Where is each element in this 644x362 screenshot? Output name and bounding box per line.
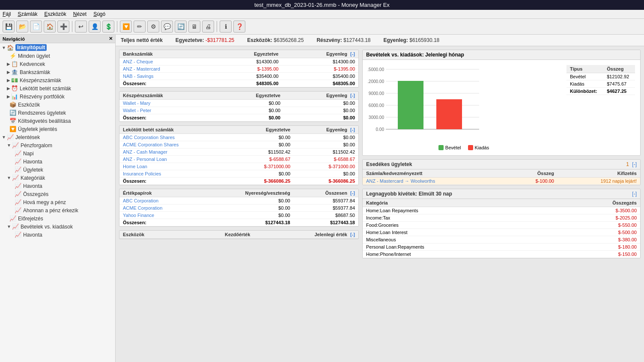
toolbar-add-btn[interactable]: ➕ [57,21,69,33]
dep-row-2-name[interactable]: ACME Corporation Shares [119,141,233,148]
monthly3-icon: 📈 [15,231,21,238]
sidebar-label-eszkozok: Eszközök [18,102,40,108]
toolbar-help-btn[interactable]: ❓ [233,21,245,33]
sidebar-label-kedvencek: Kedvencek [20,61,45,67]
menu-nezet[interactable]: Nézet [73,11,86,17]
wherefrom-icon: 📈 [15,207,21,214]
bank-row-3-name[interactable]: NAB - Savings [119,73,214,80]
sidebar-item-rendszeres[interactable]: 🔄 Rendszeres ügyletek [0,109,115,117]
menu-sugo[interactable]: Súgó [93,11,105,17]
cash-row-2-name[interactable]: Wallet - Peter [119,107,218,114]
sec-row-1-name[interactable]: ABC Corporation [119,197,202,205]
sec-row-2-name[interactable]: ACME Corporation [119,205,202,212]
sidebar-item-napi[interactable]: 📈 Napi [0,149,115,157]
toolbar-print-btn[interactable]: 🖨 [202,21,214,33]
bank-row-1-name[interactable]: ANZ - Cheque [119,58,214,65]
sidebar-item-lekotott[interactable]: ▶ ⏰ Lekötött betét számlák [0,84,115,92]
cash-toggle[interactable]: [-] [350,93,355,98]
bankszamlak-card: Bankszámlák Egyeztetve Egyenleg [-] ANZ … [119,50,359,88]
asset-col-jelenlegi: Jelenlegi érték [-] [253,231,358,239]
sidebar-item-ugyletek2[interactable]: 📈 Ügyletek [0,166,115,174]
dep-row-6-name[interactable]: Insurance Policies [119,170,233,178]
dep-row-2-egyenleg: $0.00 [294,141,358,148]
sidebar-item-iranyitopult[interactable]: ▼ 🏠 Irányítópult [0,43,115,52]
sidebar-close-btn[interactable]: ✕ [109,36,113,42]
bank-total-egyenleg: $48305.00 [282,80,358,87]
wd-row-7: Home:Phone/Internet $-150.00 [363,251,640,258]
bank-row-2-name[interactable]: ANZ - Mastercard [119,65,214,73]
bank-total-label: Összesen: [119,80,214,87]
sec-row-3-name[interactable]: Yahoo Finance [119,212,202,219]
menu-fajl[interactable]: Fájl [3,11,11,17]
toolbar-refresh-btn[interactable]: 🔄 [175,21,187,33]
toolbar-currency-btn[interactable]: 💲 [102,21,114,33]
sidebar-item-bankszamlak[interactable]: ▶ 🏦 Bankszámlák [0,68,115,76]
sidebar-item-koltsegvetes[interactable]: 📅 Költségvetés beállítása [0,117,115,125]
toolbar-open-btn[interactable]: 📂 [16,21,28,33]
sidebar-item-havonta3[interactable]: 📈 Havonta [0,231,115,239]
legend-bevetel: Bevétel [438,145,461,150]
sidebar-item-osszegzes[interactable]: 📈 Összegzés [0,190,115,198]
recurring-icon: 🔄 [9,110,16,116]
menu-eszkozok[interactable]: Eszközök [44,11,66,17]
sidebar-item-ahonnan[interactable]: 📈 Ahonnan a pénz érkezik [0,206,115,214]
sidebar-label-hova: Hová megy a pénz [23,199,66,205]
dep-row-3-name[interactable]: ANZ - Cash Manager [119,148,233,156]
table-row: Wallet - Mary $0.00 $0.00 [119,100,358,107]
lekotott-table: Lekötött betét számlák Egyeztetve Egyenl… [119,126,358,185]
sidebar-item-minden-ugylet[interactable]: ⚡ Minden ügylet [0,52,115,60]
sidebar-item-bevetel-kiadas[interactable]: ▼ 📈 Bevételek vs. kiadások [0,223,115,231]
legend-bevetel-color [438,145,444,150]
sidebar-item-jelentesek[interactable]: ▼ 📈 Jelentések [0,133,115,141]
cash-row-2-egyeztetve: $0.00 [218,107,284,114]
toolbar-monitor-btn[interactable]: 🖥 [188,21,200,33]
toolbar-user-btn[interactable]: 👤 [89,21,101,33]
toolbar-new-btn[interactable]: 📄 [30,21,42,33]
sidebar-item-kedvencek[interactable]: ▶ 📋 Kedvencek [0,60,115,68]
chart-svg-area: 15000.00 12000.00 9000.00 6000.00 3000.0… [368,65,560,150]
upcoming-account[interactable]: ANZ - Mastercard → Woolworths [363,178,509,185]
sidebar-item-reszveny[interactable]: ▶ 📊 Részvény portfóliók [0,92,115,101]
dep-toggle[interactable]: [-] [350,127,355,132]
title-bar: test_mmex_db_2023-01-26.mmb - Money Mana… [0,0,644,10]
toolbar-filter-btn[interactable]: 🔽 [120,21,132,33]
dep-row-5-name[interactable]: Home Loan [119,163,233,170]
dep-egyenleg-text: Egyenleg [326,127,347,132]
sidebar-header: Navigáció ✕ [0,35,115,43]
toolbar-home-btn[interactable]: 🏠 [44,21,56,33]
sidebar-item-penzforgalom[interactable]: ▼ 📈 Pénzforgalom [0,141,115,149]
budget-icon: 📅 [9,118,16,124]
sidebar-item-keszpenz[interactable]: ▶ 💵 Készpénzszámlák [0,76,115,84]
sidebar-item-elorejlzes[interactable]: 📈 Előrejelzés [0,214,115,223]
toolbar-msg-btn[interactable]: 💬 [161,21,173,33]
toolbar-edit-btn[interactable]: ✏ [134,21,146,33]
arrow-keszpenz: ▶ [7,78,10,83]
sidebar-item-ugyletek-jelentes[interactable]: 🔽 Ügyletek jelentés [0,125,115,133]
withdrawals-toggle[interactable]: [-] [632,191,637,197]
sidebar-item-havonta[interactable]: 📈 Havonta [0,157,115,166]
toolbar-settings-btn[interactable]: ⚙ [147,21,159,33]
dep-row-4-name[interactable]: ANZ - Personal Loan [119,156,233,163]
table-row: ANZ - Cash Manager $11502.42 $11502.42 [119,148,358,156]
dashboard: Bankszámlák Egyeztetve Egyenleg [-] ANZ … [116,46,644,362]
sidebar-label-elorejlzes: Előrejelzés [18,216,43,222]
toolbar-info-btn[interactable]: ℹ [220,21,232,33]
sidebar-item-hova[interactable]: 📈 Hová megy a pénz [0,198,115,206]
menu-szamlak[interactable]: Számlák [18,11,37,17]
sidebar-item-eszkozok[interactable]: 📦 Eszközök [0,101,115,109]
bank-toggle[interactable]: [-] [350,51,355,56]
sidebar-label-jelentesek: Jelentések [15,134,40,140]
sec-toggle[interactable]: [-] [350,190,355,196]
upcoming-toggle[interactable]: [-] [632,161,637,167]
cash-egyenleg-text: Egyenleg [326,93,347,98]
sidebar-item-havonta2[interactable]: 📈 Havonta [0,182,115,190]
sidebar-label-reszveny: Részvény portfóliók [20,94,65,100]
sidebar-label-iranyitopult: Irányítópult [15,44,47,51]
sidebar-item-kategoriak[interactable]: ▼ 📈 Kategóriák [0,174,115,182]
toolbar-back-btn[interactable]: ↩ [75,21,87,33]
asset-toggle[interactable]: [-] [350,232,355,237]
dep-row-1-name[interactable]: ABC Corporation Shares [119,134,233,141]
toolbar-save-btn[interactable]: 💾 [3,21,15,33]
cash-row-1-name[interactable]: Wallet - Mary [119,100,218,107]
sec-total-nyereseg: $127443.18 [202,219,294,226]
